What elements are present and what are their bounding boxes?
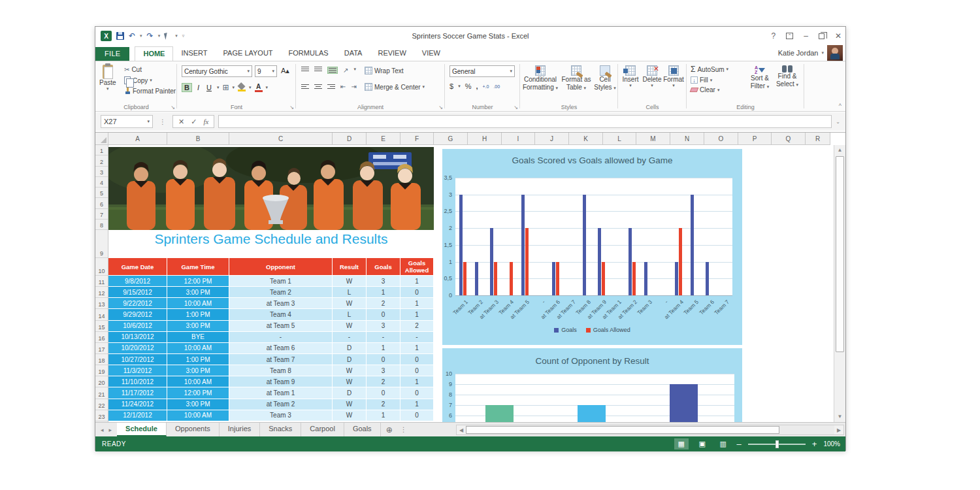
tab-page-layout[interactable]: PAGE LAYOUT [216, 46, 281, 61]
schedule-cell[interactable]: 0 [367, 309, 400, 320]
minimize-icon[interactable]: – [804, 31, 808, 41]
schedule-cell[interactable]: L [333, 309, 367, 320]
column-header-G[interactable]: G [434, 133, 468, 145]
cell-styles-button[interactable]: CellStyles ▾ [593, 65, 617, 92]
name-box[interactable]: X27▾ [101, 115, 153, 128]
format-button[interactable]: Format▾ [662, 65, 685, 88]
clipboard-dialog-launcher-icon[interactable]: ↘ [171, 105, 175, 110]
sheet-tab-schedule[interactable]: Schedule [117, 423, 167, 436]
schedule-cell[interactable]: W [333, 321, 367, 332]
bar-goals[interactable] [459, 195, 463, 295]
page-layout-view-icon[interactable]: ▣ [695, 438, 710, 449]
row-header-8[interactable]: 8 [95, 220, 108, 230]
orientation-icon[interactable]: ↗ [343, 67, 348, 74]
result-count-bar[interactable] [578, 405, 606, 422]
new-sheet-icon[interactable]: ⊕ [381, 425, 398, 434]
page-break-view-icon[interactable]: ▥ [716, 438, 730, 449]
formula-input[interactable] [218, 115, 832, 128]
schedule-cell[interactable]: at Team 5 [229, 321, 333, 332]
undo-caret-icon[interactable]: ▾ [140, 33, 142, 39]
bar-goals[interactable] [598, 228, 601, 295]
schedule-cell[interactable]: at Team 2 [229, 399, 333, 410]
schedule-cell[interactable]: 10:00 AM [167, 376, 229, 387]
bar-goals-allowed[interactable] [494, 262, 497, 295]
account-avatar[interactable] [827, 45, 843, 61]
table-row[interactable]: 11/3/20123:00 PMTeam 8W30 [108, 365, 434, 376]
excel-icon[interactable]: X [101, 31, 112, 41]
sort-filter-button[interactable]: AZ Sort &Filter ▾ [747, 65, 773, 91]
bar-goals[interactable] [490, 228, 493, 295]
account-caret-icon[interactable]: ▾ [821, 50, 824, 56]
sheet-tab-goals[interactable]: Goals [344, 423, 381, 436]
schedule-cell[interactable]: D [333, 387, 367, 399]
collapse-ribbon-icon[interactable]: ^ [839, 103, 841, 109]
sheet-tab-snacks[interactable]: Snacks [260, 423, 301, 436]
tab-home[interactable]: HOME [135, 46, 173, 61]
column-header-H[interactable]: H [468, 133, 502, 145]
table-row[interactable]: 9/29/20121:00 PMTeam 4L01 [108, 309, 434, 320]
horizontal-scroll-thumb[interactable] [466, 426, 779, 434]
schedule-cell[interactable]: D [333, 343, 367, 354]
paste-button[interactable]: Paste▾ [99, 65, 116, 91]
result-count-bar[interactable] [485, 405, 514, 422]
schedule-cell[interactable]: 3 [367, 276, 400, 287]
tab-view[interactable]: VIEW [414, 46, 448, 61]
restore-icon[interactable] [819, 33, 825, 39]
delete-button[interactable]: Delete▾ [642, 65, 662, 88]
save-icon[interactable] [116, 32, 124, 40]
schedule-cell[interactable]: 0 [400, 410, 434, 421]
schedule-cell[interactable]: 2 [367, 298, 400, 309]
touch-mode-caret-icon[interactable]: ▾ [175, 33, 178, 39]
schedule-cell[interactable]: 1 [367, 343, 400, 354]
schedule-cell[interactable]: - [400, 332, 434, 343]
column-header-P[interactable]: P [738, 133, 772, 145]
insert-function-icon[interactable]: fx [203, 118, 208, 125]
underline-caret-icon[interactable]: ▾ [217, 85, 220, 90]
wrap-text-button[interactable]: Wrap Text [365, 67, 404, 74]
row-header-3[interactable]: 3 [95, 167, 108, 177]
table-row[interactable]: 9/15/20123:00 PMTeam 2L10 [108, 287, 434, 298]
table-row[interactable]: 11/10/201210:00 AMat Team 9W21 [108, 376, 434, 387]
comma-style-icon[interactable]: , [476, 82, 478, 90]
column-header-C[interactable]: C [229, 133, 333, 145]
row-header-2[interactable]: 2 [95, 155, 108, 166]
column-header-M[interactable]: M [636, 133, 670, 145]
column-header-B[interactable]: B [167, 133, 229, 145]
result-count-bar[interactable] [670, 384, 698, 422]
row-header-15[interactable]: 15 [95, 321, 108, 332]
worksheet-canvas[interactable]: Sprinters Game Schedule and Results Game… [108, 145, 832, 422]
scroll-down-icon[interactable]: ▼ [834, 412, 845, 422]
row-header-11[interactable]: 11 [95, 276, 108, 287]
conditional-formatting-button[interactable]: ConditionalFormatting ▾ [521, 65, 559, 92]
schedule-cell[interactable]: Team 1 [229, 276, 333, 287]
schedule-cell[interactable]: 1 [400, 343, 434, 354]
format-painter-button[interactable]: Format Painter [124, 88, 176, 95]
tab-file[interactable]: FILE [95, 47, 129, 61]
font-color-icon[interactable]: A [255, 84, 263, 92]
schedule-cell[interactable]: W [333, 410, 367, 421]
row-header-22[interactable]: 22 [95, 399, 108, 410]
row-header-10[interactable]: 10 [95, 258, 108, 276]
schedule-cell[interactable]: 3 [367, 321, 400, 332]
row-header-18[interactable]: 18 [95, 354, 108, 365]
schedule-cell[interactable]: 1:00 PM [167, 354, 229, 365]
scroll-right-icon[interactable]: ▶ [834, 427, 843, 433]
row-header-9[interactable]: 9 [95, 230, 108, 258]
schedule-cell[interactable]: W [333, 399, 367, 410]
row-header-5[interactable]: 5 [95, 188, 108, 198]
column-header-L[interactable]: L [603, 133, 636, 145]
schedule-cell[interactable]: 9/8/2012 [108, 276, 167, 287]
bar-goals-allowed[interactable] [463, 262, 466, 295]
schedule-cell[interactable]: - [367, 332, 400, 343]
schedule-cell[interactable]: at Team 6 [229, 343, 333, 354]
schedule-cell[interactable]: - [229, 332, 333, 343]
column-header-O[interactable]: O [704, 133, 738, 145]
name-box-caret-icon[interactable]: ▾ [147, 119, 150, 124]
row-header-6[interactable]: 6 [95, 198, 108, 208]
column-header-J[interactable]: J [535, 133, 569, 145]
schedule-cell[interactable]: Team 2 [229, 287, 333, 298]
bar-goals[interactable] [521, 195, 525, 295]
schedule-cell[interactable]: 0 [367, 387, 400, 399]
row-header-14[interactable]: 14 [95, 309, 108, 320]
table-row[interactable]: 12/1/201210:00 AMTeam 3W10 [108, 410, 434, 421]
